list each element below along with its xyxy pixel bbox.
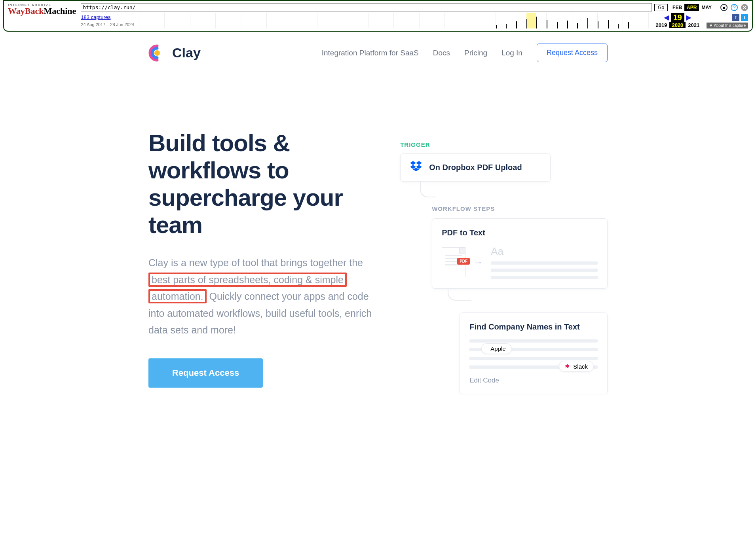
- workflow-diagram: TRIGGER On Dropbox PDF Upload WORKFLOW S…: [400, 129, 608, 394]
- dropbox-icon: [410, 161, 422, 174]
- hero-description: Clay is a new type of tool that brings t…: [148, 254, 376, 339]
- prev-snapshot-arrow[interactable]: ◀: [664, 13, 669, 22]
- wayback-toolbar: INTERNET ARCHIVE WayBackMachine Go FEB A…: [3, 0, 753, 32]
- step-pdf-to-text: PDF to Text PDF → Aa: [432, 218, 608, 289]
- month-current: APR: [684, 4, 699, 11]
- wayback-sparkline[interactable]: [139, 13, 649, 28]
- logo-text: Clay: [172, 45, 201, 61]
- pill-apple: Apple: [481, 343, 511, 354]
- main-nav: Clay Integration Platform for SaaS Docs …: [148, 32, 608, 74]
- pill-slack: ✱ Slack: [559, 361, 594, 372]
- captures-link[interactable]: 183 captures: [81, 14, 110, 20]
- about-capture-button[interactable]: About this capture: [707, 23, 748, 28]
- step-find-companies: Find Company Names in Text Apple ✱ Slack: [460, 312, 608, 394]
- month-prev[interactable]: FEB: [670, 4, 684, 11]
- nav-integration[interactable]: Integration Platform for SaaS: [322, 49, 419, 57]
- pdf-document-icon: PDF: [442, 247, 465, 277]
- logo-icon: [148, 44, 166, 62]
- wayback-months: FEB APR MAY: [670, 4, 714, 11]
- user-icon[interactable]: ●: [720, 4, 728, 11]
- year-next[interactable]: 2021: [686, 22, 702, 28]
- next-snapshot-arrow[interactable]: ▶: [686, 13, 691, 22]
- close-icon[interactable]: ✕: [741, 4, 748, 11]
- slack-icon: ✱: [565, 363, 570, 370]
- wayback-logo[interactable]: INTERNET ARCHIVE WayBackMachine: [8, 3, 76, 15]
- step2-title: Find Company Names in Text: [469, 322, 598, 331]
- help-icon[interactable]: ?: [731, 4, 738, 11]
- nav-request-access-button[interactable]: Request Access: [537, 44, 608, 62]
- step1-title: PDF to Text: [442, 228, 598, 237]
- wayback-center: Go FEB APR MAY ● ? ✕ 183 captures 24 Aug…: [81, 3, 748, 28]
- twitter-icon[interactable]: t: [741, 14, 748, 21]
- year-current: 2020: [669, 22, 686, 28]
- snapshot-day: 19: [671, 13, 684, 22]
- year-prev[interactable]: 2019: [653, 22, 670, 28]
- pdf-badge: PDF: [457, 258, 470, 265]
- hero-request-access-button[interactable]: Request Access: [148, 358, 263, 388]
- wayback-go-button[interactable]: Go: [654, 4, 668, 11]
- arrow-right-icon: →: [473, 257, 483, 268]
- connector-line: [448, 289, 471, 301]
- facebook-icon[interactable]: f: [732, 14, 739, 21]
- date-range: 24 Aug 2017 – 28 Jun 2024: [81, 22, 134, 27]
- logo[interactable]: Clay: [148, 44, 201, 62]
- text-output-icon: Aa: [491, 245, 598, 279]
- trigger-label: TRIGGER: [400, 141, 608, 148]
- edit-code-link[interactable]: Edit Code: [469, 377, 598, 384]
- nav-pricing[interactable]: Pricing: [464, 49, 487, 57]
- month-next[interactable]: MAY: [699, 4, 714, 11]
- wayback-url-input[interactable]: [81, 3, 652, 11]
- trigger-text: On Dropbox PDF Upload: [429, 163, 522, 172]
- hero-section: Build tools & workflows to supercharge y…: [148, 74, 608, 394]
- trigger-card: On Dropbox PDF Upload: [400, 153, 551, 182]
- steps-label: WORKFLOW STEPS: [432, 205, 608, 212]
- connector-line: [420, 182, 436, 197]
- svg-point-0: [154, 50, 160, 56]
- nav-login[interactable]: Log In: [501, 49, 522, 57]
- nav-docs[interactable]: Docs: [433, 49, 450, 57]
- hero-title: Build tools & workflows to supercharge y…: [148, 129, 376, 239]
